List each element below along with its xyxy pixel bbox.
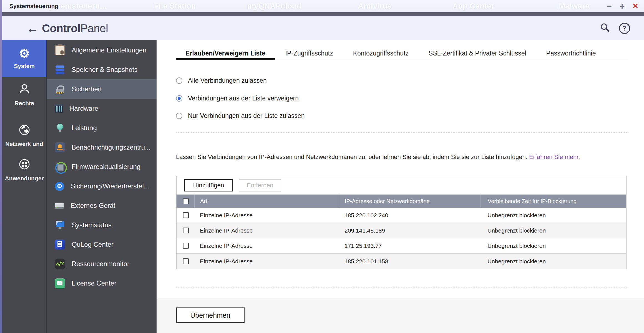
cell-remaining: Unbegrenzt blockieren <box>480 254 626 269</box>
cell-type: Einzelne IP-Adresse <box>194 223 338 238</box>
window-title: Systemsteuerung <box>9 3 58 9</box>
remove-button[interactable]: Entfernen <box>239 179 281 191</box>
column-header-time: Verbleibende Zeit für IP-Blockierung <box>480 195 626 208</box>
select-all-checkbox[interactable] <box>183 198 189 204</box>
radio-label: Nur Verbindungen aus der Liste zulassen <box>188 112 305 120</box>
cell-remaining: Unbegrenzt blockieren <box>480 208 626 223</box>
chip-update-icon <box>55 162 65 172</box>
back-button[interactable]: ← <box>27 22 39 34</box>
radio-nur-verbindungen-zulassen[interactable]: Nur Verbindungen aus der Liste zulassen <box>176 110 305 122</box>
help-icon[interactable]: ? <box>619 23 630 34</box>
page-title: ControlPanel <box>42 22 108 34</box>
row-checkbox[interactable] <box>183 243 189 249</box>
radio-verbindungen-verweigern[interactable]: Verbindungen aus der Liste verweigern <box>176 92 299 104</box>
radio-label: Alle Verbindungen zulassen <box>188 77 267 84</box>
learn-more-link[interactable]: Erfahren Sie mehr. <box>529 153 580 160</box>
menu-item-systemstatus[interactable]: Systemstatus <box>47 215 157 235</box>
sidebar-item-anwendungen[interactable]: Anwendunger <box>2 154 46 185</box>
background-window-file-station[interactable]: File Station <box>154 2 196 11</box>
table-row[interactable]: Einzelne IP-Adresse 185.220.101.158 Unbe… <box>177 254 626 269</box>
row-checkbox[interactable] <box>183 228 189 233</box>
tab-kontozugriffsschutz[interactable]: Kontozugriffsschutz <box>344 48 418 59</box>
qnap-control-panel-window: Systemsteueru... File Station myQNAPclou… <box>0 0 644 333</box>
menu-item-label: Leistung <box>72 124 97 132</box>
cell-address: 209.141.45.189 <box>338 223 480 238</box>
lightbulb-icon <box>55 123 65 133</box>
tab-erlauben-verweigern-liste[interactable]: Erlauben/Verweigern Liste <box>176 48 275 59</box>
menu-item-license-center[interactable]: License Center <box>47 274 157 293</box>
search-icon[interactable] <box>599 22 611 35</box>
background-window-myqnapcloud[interactable]: myQNAPcloud <box>247 2 301 11</box>
category-label: Rechte <box>4 100 45 107</box>
radio-circle <box>176 77 182 84</box>
row-checkbox[interactable] <box>183 212 189 218</box>
apply-button[interactable]: Übernehmen <box>176 307 245 323</box>
sidebar-item-rechte[interactable]: Rechte <box>2 79 46 110</box>
settings-menu: Allgemeine Einstellungen Speicher & Snap… <box>46 40 157 333</box>
user-icon <box>18 83 31 97</box>
maximize-icon[interactable]: + <box>618 1 626 11</box>
menu-item-sicherung-wiederherstellung[interactable]: Sicherung/Wiederherstel... <box>47 176 157 196</box>
cell-type: Einzelne IP-Adresse <box>194 254 338 269</box>
menu-item-benachrichtigungszentrum[interactable]: Benachrichtigungszentru... <box>47 138 157 157</box>
list-toolbar: Hinzufügen Entfernen <box>177 176 626 195</box>
background-window-antivirus[interactable]: Antivirus <box>358 2 391 11</box>
menu-item-externes-geraet[interactable]: Externes Gerät <box>47 196 157 215</box>
menu-item-qulog-center[interactable]: QuLog Center <box>47 235 157 254</box>
menu-item-ressourcenmonitor[interactable]: Ressourcenmonitor <box>47 254 157 274</box>
cell-type: Einzelne IP-Adresse <box>194 238 338 253</box>
tab-ip-zugriffsschutz[interactable]: IP-Zugriffsschutz <box>276 48 343 59</box>
menu-item-sicherheit[interactable]: Sicherheit <box>47 79 157 99</box>
section-divider <box>176 287 628 287</box>
gear-sync-icon <box>55 182 64 191</box>
cell-address: 185.220.101.158 <box>338 254 480 269</box>
menu-item-hardware[interactable]: Hardware <box>47 99 157 118</box>
menu-item-label: Sicherheit <box>72 85 101 93</box>
padlock-icon <box>55 84 65 94</box>
log-document-icon <box>55 239 65 249</box>
tab-ssl-zertifikat[interactable]: SSL-Zertifikat & Privater Schlüssel <box>419 48 536 59</box>
background-window-app-center[interactable]: App Center <box>452 2 494 11</box>
ip-list-panel: Hinzufügen Entfernen Art IP-Adresse oder… <box>176 176 627 269</box>
menu-item-label: Systemstatus <box>72 221 112 229</box>
category-label: Netzwerk und <box>4 140 45 147</box>
column-header-art: Art <box>194 195 338 208</box>
close-icon[interactable]: ✕ <box>631 2 640 11</box>
list-description: Lassen Sie Verbindungen von IP-Adressen … <box>176 153 631 161</box>
radio-label: Verbindungen aus der Liste verweigern <box>188 95 299 102</box>
app-header: ← ControlPanel ? <box>2 16 644 40</box>
sidebar-item-system[interactable]: ⚙ System <box>2 40 46 77</box>
category-label: Anwendunger <box>4 175 45 182</box>
row-checkbox[interactable] <box>183 258 189 264</box>
menu-item-firmwareaktualisierung[interactable]: Firmwareaktualisierung <box>47 157 157 176</box>
minimize-icon[interactable]: − <box>605 1 613 11</box>
menu-item-speicher-snapshots[interactable]: Speicher & Snapshots <box>47 60 157 79</box>
external-drive-icon <box>55 203 64 209</box>
menu-item-label: License Center <box>72 279 116 287</box>
menu-item-label: Speicher & Snapshots <box>72 66 137 74</box>
column-header-ip: IP-Adresse oder Netzwerkdomäne <box>338 195 480 208</box>
table-header: Art IP-Adresse oder Netzwerkdomäne Verbl… <box>177 195 626 208</box>
table-row[interactable]: Einzelne IP-Adresse 171.25.193.77 Unbegr… <box>177 238 626 254</box>
menu-item-leistung[interactable]: Leistung <box>47 118 157 138</box>
menu-item-label: QuLog Center <box>72 241 114 248</box>
menu-item-label: Hardware <box>69 105 98 112</box>
menu-item-label: Firmwareaktualisierung <box>72 163 140 171</box>
radio-circle <box>176 113 182 119</box>
tab-bar: Erlauben/Verweigern Liste IP-Zugriffssch… <box>176 48 628 59</box>
background-window-malware[interactable]: Malware <box>559 2 590 11</box>
add-button[interactable]: Hinzufügen <box>184 179 233 191</box>
radio-alle-verbindungen-zulassen[interactable]: Alle Verbindungen zulassen <box>176 74 267 87</box>
tab-passwortrichtlinie[interactable]: Passwortrichtlinie <box>537 48 605 59</box>
globe-icon <box>18 123 31 138</box>
nas-device-icon <box>55 104 63 113</box>
sidebar-item-netzwerk[interactable]: Netzwerk und <box>2 117 46 154</box>
menu-item-label: Sicherung/Wiederherstel... <box>71 182 149 190</box>
category-label: System <box>4 62 45 69</box>
table-row[interactable]: Einzelne IP-Adresse 209.141.45.189 Unbeg… <box>177 223 626 238</box>
monitor-icon <box>55 220 65 230</box>
table-row[interactable]: Einzelne IP-Adresse 185.220.102.240 Unbe… <box>177 208 626 223</box>
menu-item-allgemeine-einstellungen[interactable]: Allgemeine Einstellungen <box>47 41 157 60</box>
category-sidebar: ⚙ System Rechte Netzwerk und Anwendunger <box>2 40 46 333</box>
footer-bar: Übernehmen <box>157 299 644 333</box>
